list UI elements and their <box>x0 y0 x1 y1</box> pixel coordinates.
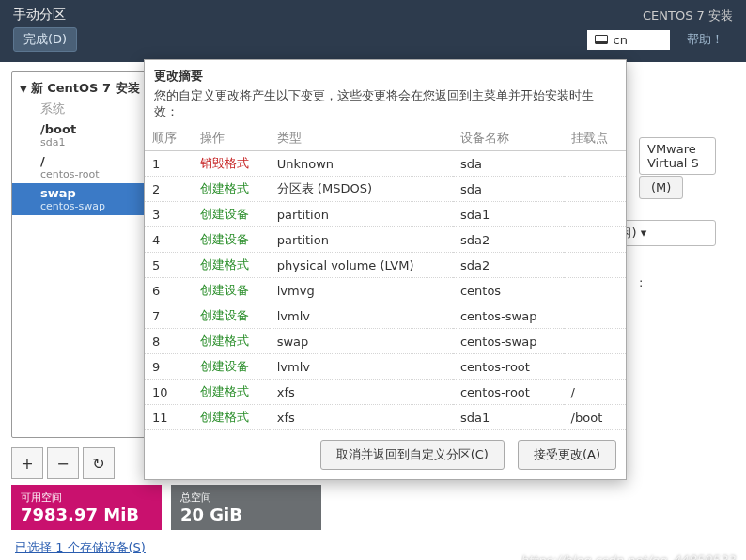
space-summary: 可用空间 7983.97 MiB 总空间 20 GiB <box>0 485 746 530</box>
cell-order: 8 <box>145 329 193 354</box>
keyboard-row: cn 帮助！ <box>587 28 733 51</box>
col-op[interactable]: 操作 <box>193 126 270 151</box>
top-right: CENTOS 7 安装 cn 帮助！ <box>587 8 733 51</box>
keyboard-layout: cn <box>614 33 628 47</box>
cell-order: 1 <box>145 151 193 177</box>
cell-mnt <box>564 303 626 329</box>
cell-mnt <box>564 202 626 227</box>
page-title: 手动分区 <box>13 7 77 23</box>
cell-type: swap <box>270 329 453 354</box>
cell-op: 销毁格式 <box>193 151 270 177</box>
table-row[interactable]: 5创建格式physical volume (LVM)sda2 <box>145 253 626 278</box>
cell-type: partition <box>270 202 453 227</box>
cell-op: 创建设备 <box>193 354 270 380</box>
cell-mnt <box>564 329 626 354</box>
table-row[interactable]: 11创建格式xfssda1/boot <box>145 405 626 430</box>
cell-op: 创建设备 <box>193 278 270 303</box>
top-bar: 手动分区 完成(D) CENTOS 7 安装 cn 帮助！ <box>0 0 746 62</box>
cell-dev: sda1 <box>453 405 564 430</box>
cell-type: xfs <box>270 380 453 405</box>
table-row[interactable]: 8创建格式swapcentos-swap <box>145 329 626 354</box>
table-row[interactable]: 4创建设备partitionsda2 <box>145 227 626 253</box>
free-space-box: 可用空间 7983.97 MiB <box>11 485 162 530</box>
table-row[interactable]: 1销毁格式Unknownsda <box>145 151 626 177</box>
cell-mnt <box>564 278 626 303</box>
table-row[interactable]: 10创建格式xfscentos-root/ <box>145 380 626 405</box>
accordion-title: 新 CentOS 7 安装 <box>31 80 140 97</box>
cell-order: 9 <box>145 354 193 380</box>
cell-op: 创建设备 <box>193 227 270 253</box>
cell-op: 创建格式 <box>193 253 270 278</box>
cell-dev: centos-root <box>453 354 564 380</box>
cell-dev: sda2 <box>453 227 564 253</box>
help-button[interactable]: 帮助！ <box>677 28 733 51</box>
cell-type: partition <box>270 227 453 253</box>
trailing-colon: : <box>639 275 716 289</box>
cell-type: lvmlv <box>270 354 453 380</box>
cell-mnt <box>564 354 626 380</box>
watermark: https://blog.csdn.net/qq_44859533 <box>521 553 735 560</box>
storage-devices-link[interactable]: 已选择 1 个存储设备(S) <box>11 534 149 560</box>
table-row[interactable]: 7创建设备lvmlvcentos-swap <box>145 303 626 329</box>
cell-mnt <box>564 227 626 253</box>
cell-dev: sda <box>453 177 564 202</box>
cell-op: 创建格式 <box>193 177 270 202</box>
keyboard-selector[interactable]: cn <box>587 30 670 50</box>
cell-type: lvmvg <box>270 278 453 303</box>
cell-mnt <box>564 151 626 177</box>
refresh-button[interactable]: ↻ <box>83 447 115 479</box>
cell-op: 创建格式 <box>193 329 270 354</box>
cell-dev: sda <box>453 151 564 177</box>
chevron-down-icon: ▼ <box>20 84 27 94</box>
cell-order: 6 <box>145 278 193 303</box>
cell-op: 创建设备 <box>193 303 270 329</box>
cell-dev: sda2 <box>453 253 564 278</box>
cell-type: lvmlv <box>270 303 453 329</box>
cell-order: 2 <box>145 177 193 202</box>
cell-mnt: /boot <box>564 405 626 430</box>
summary-dialog: 更改摘要 您的自定义更改将产生以下变更，这些变更将会在您返回到主菜单并开始安装时… <box>144 59 627 480</box>
table-row[interactable]: 3创建设备partitionsda1 <box>145 202 626 227</box>
cell-order: 5 <box>145 253 193 278</box>
cancel-button[interactable]: 取消并返回到自定义分区(C) <box>320 440 505 470</box>
cell-order: 10 <box>145 380 193 405</box>
col-dev[interactable]: 设备名称 <box>453 126 564 151</box>
cell-type: physical volume (LVM) <box>270 253 453 278</box>
dialog-title: 更改摘要 <box>145 60 626 86</box>
cell-dev: centos-swap <box>453 303 564 329</box>
cell-dev: centos <box>453 278 564 303</box>
device-display: VMware Virtual S <box>639 137 716 175</box>
col-mnt[interactable]: 挂载点 <box>564 126 626 151</box>
remove-button[interactable]: − <box>47 447 79 479</box>
cell-type: 分区表 (MSDOS) <box>270 177 453 202</box>
cell-dev: centos-swap <box>453 329 564 354</box>
cell-order: 3 <box>145 202 193 227</box>
cell-order: 11 <box>145 405 193 430</box>
cell-type: Unknown <box>270 151 453 177</box>
cell-op: 创建格式 <box>193 380 270 405</box>
cell-dev: sda1 <box>453 202 564 227</box>
table-row[interactable]: 2创建格式分区表 (MSDOS)sda <box>145 177 626 202</box>
add-button[interactable]: + <box>11 447 43 479</box>
table-row[interactable]: 9创建设备lvmlvcentos-root <box>145 354 626 380</box>
accept-button[interactable]: 接受更改(A) <box>518 440 616 470</box>
cell-op: 创建格式 <box>193 405 270 430</box>
install-title: CENTOS 7 安装 <box>643 8 733 24</box>
dialog-description: 您的自定义更改将产生以下变更，这些变更将会在您返回到主菜单并开始安装时生效： <box>145 86 626 126</box>
total-space-box: 总空间 20 GiB <box>171 485 321 530</box>
cell-dev: centos-root <box>453 380 564 405</box>
top-left: 手动分区 完成(D) <box>13 7 77 52</box>
changes-table: 顺序 操作 类型 设备名称 挂载点 1销毁格式Unknownsda2创建格式分区… <box>145 126 626 430</box>
col-type[interactable]: 类型 <box>270 126 453 151</box>
keyboard-icon <box>595 35 608 44</box>
modify-device-button[interactable]: (M) <box>639 176 683 199</box>
col-order[interactable]: 顺序 <box>145 126 193 151</box>
done-button[interactable]: 完成(D) <box>13 27 77 52</box>
cell-mnt <box>564 253 626 278</box>
cell-mnt: / <box>564 380 626 405</box>
table-row[interactable]: 6创建设备lvmvgcentos <box>145 278 626 303</box>
dialog-buttons: 取消并返回到自定义分区(C) 接受更改(A) <box>145 430 626 479</box>
main-area: ▼ 新 CentOS 7 安装 系统 /boot sda1 / centos-r… <box>0 62 746 475</box>
cell-mnt <box>564 177 626 202</box>
cell-order: 7 <box>145 303 193 329</box>
